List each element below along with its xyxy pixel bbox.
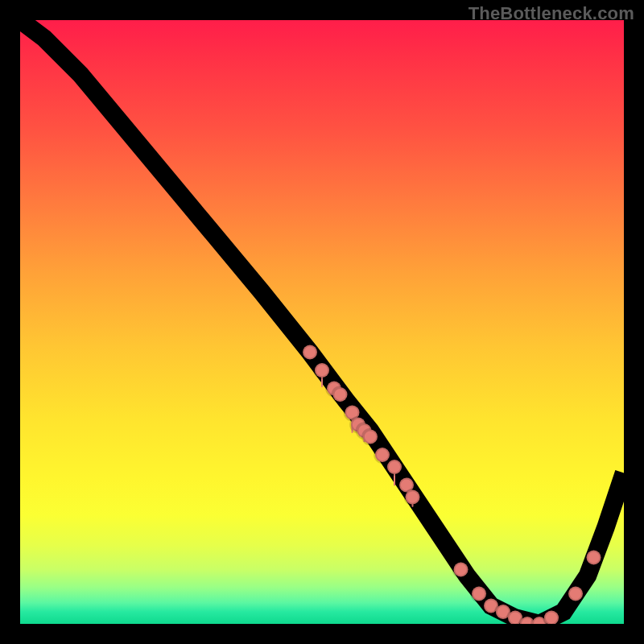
data-point — [387, 460, 402, 474]
plot-area — [20, 20, 624, 624]
data-point — [472, 587, 486, 601]
data-point — [333, 387, 348, 402]
data-point — [544, 611, 559, 625]
curve-svg — [20, 20, 624, 624]
data-point — [375, 448, 390, 462]
chart-canvas: TheBottleneck.com — [0, 0, 644, 644]
data-point — [454, 563, 469, 577]
data-point — [363, 430, 378, 444]
data-point — [406, 490, 420, 505]
data-point — [303, 345, 317, 360]
data-point — [587, 551, 601, 565]
data-points — [303, 345, 601, 625]
attribution-text: TheBottleneck.com — [469, 3, 634, 24]
curve-line — [20, 20, 624, 624]
data-point — [315, 363, 329, 378]
data-point — [568, 587, 583, 601]
